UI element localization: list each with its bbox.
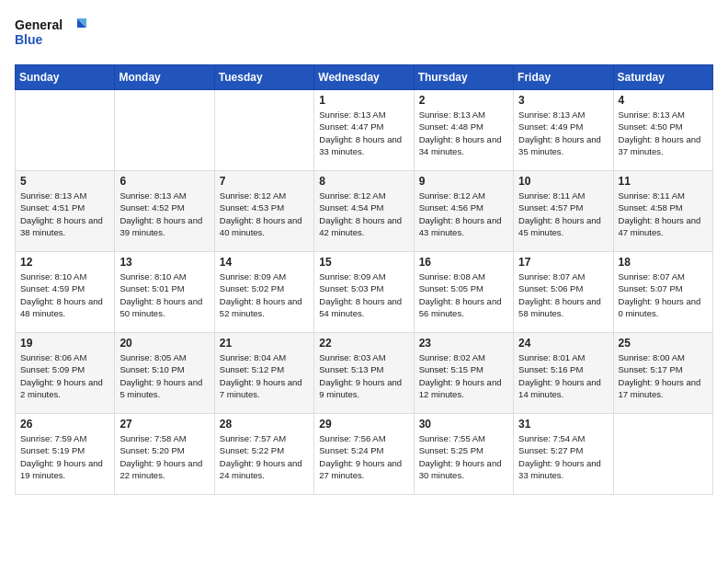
calendar-cell: 9Sunrise: 8:12 AMSunset: 4:56 PMDaylight… xyxy=(414,171,513,252)
day-info: Sunrise: 8:06 AMSunset: 5:09 PMDaylight:… xyxy=(20,351,109,400)
calendar-cell: 20Sunrise: 8:05 AMSunset: 5:10 PMDayligh… xyxy=(115,333,214,414)
day-number: 11 xyxy=(619,175,708,188)
day-info: Sunrise: 8:11 AMSunset: 4:58 PMDaylight:… xyxy=(619,190,708,238)
calendar-cell: 3Sunrise: 8:13 AMSunset: 4:49 PMDaylight… xyxy=(514,90,613,171)
day-number: 13 xyxy=(119,256,209,269)
week-row-3: 12Sunrise: 8:10 AMSunset: 4:59 PMDayligh… xyxy=(16,252,713,333)
calendar-cell: 27Sunrise: 7:58 AMSunset: 5:20 PMDayligh… xyxy=(115,414,214,495)
calendar-cell: 11Sunrise: 8:11 AMSunset: 4:58 PMDayligh… xyxy=(613,171,712,252)
week-row-1: 1Sunrise: 8:13 AMSunset: 4:47 PMDaylight… xyxy=(16,90,713,171)
day-number: 17 xyxy=(518,256,608,269)
weekday-header-friday: Friday xyxy=(514,65,613,90)
day-info: Sunrise: 8:13 AMSunset: 4:50 PMDaylight:… xyxy=(619,109,708,157)
day-info: Sunrise: 8:10 AMSunset: 4:59 PMDaylight:… xyxy=(20,270,109,319)
day-info: Sunrise: 8:05 AMSunset: 5:10 PMDaylight:… xyxy=(119,351,209,400)
day-number: 22 xyxy=(319,337,408,350)
day-info: Sunrise: 8:08 AMSunset: 5:05 PMDaylight:… xyxy=(419,270,508,319)
calendar-table: SundayMondayTuesdayWednesdayThursdayFrid… xyxy=(15,64,713,495)
day-number: 26 xyxy=(20,418,109,431)
day-number: 29 xyxy=(319,418,408,431)
day-info: Sunrise: 7:57 AMSunset: 5:22 PMDaylight:… xyxy=(220,432,309,481)
day-number: 27 xyxy=(119,418,209,431)
calendar-cell: 5Sunrise: 8:13 AMSunset: 4:51 PMDaylight… xyxy=(16,171,115,252)
calendar-cell: 18Sunrise: 8:07 AMSunset: 5:07 PMDayligh… xyxy=(613,252,712,333)
calendar-cell: 10Sunrise: 8:11 AMSunset: 4:57 PMDayligh… xyxy=(514,171,613,252)
day-number: 1 xyxy=(319,94,408,107)
calendar-cell: 23Sunrise: 8:02 AMSunset: 5:15 PMDayligh… xyxy=(414,333,513,414)
day-info: Sunrise: 8:12 AMSunset: 4:56 PMDaylight:… xyxy=(419,190,508,238)
day-number: 5 xyxy=(20,175,109,188)
day-info: Sunrise: 8:09 AMSunset: 5:02 PMDaylight:… xyxy=(220,270,309,319)
day-number: 14 xyxy=(220,256,309,269)
day-number: 15 xyxy=(319,256,408,269)
day-info: Sunrise: 8:04 AMSunset: 5:12 PMDaylight:… xyxy=(220,351,309,400)
day-number: 24 xyxy=(518,337,608,350)
day-number: 7 xyxy=(220,175,309,188)
day-number: 30 xyxy=(419,418,508,431)
week-row-4: 19Sunrise: 8:06 AMSunset: 5:09 PMDayligh… xyxy=(16,333,713,414)
day-info: Sunrise: 8:01 AMSunset: 5:16 PMDaylight:… xyxy=(518,351,608,400)
calendar-cell: 30Sunrise: 7:55 AMSunset: 5:25 PMDayligh… xyxy=(414,414,513,495)
logo-svg: General Blue xyxy=(15,15,88,53)
week-row-2: 5Sunrise: 8:13 AMSunset: 4:51 PMDaylight… xyxy=(16,171,713,252)
calendar-cell: 15Sunrise: 8:09 AMSunset: 5:03 PMDayligh… xyxy=(314,252,414,333)
weekday-header-tuesday: Tuesday xyxy=(214,65,313,90)
day-number: 4 xyxy=(619,94,708,107)
day-info: Sunrise: 7:55 AMSunset: 5:25 PMDaylight:… xyxy=(419,432,508,481)
day-info: Sunrise: 8:11 AMSunset: 4:57 PMDaylight:… xyxy=(518,190,608,238)
day-info: Sunrise: 7:56 AMSunset: 5:24 PMDaylight:… xyxy=(319,432,408,481)
calendar-cell: 14Sunrise: 8:09 AMSunset: 5:02 PMDayligh… xyxy=(214,252,313,333)
weekday-header-saturday: Saturday xyxy=(613,65,712,90)
calendar-cell: 4Sunrise: 8:13 AMSunset: 4:50 PMDaylight… xyxy=(613,90,712,171)
calendar-cell: 13Sunrise: 8:10 AMSunset: 5:01 PMDayligh… xyxy=(115,252,214,333)
calendar-cell xyxy=(214,90,313,171)
svg-text:Blue: Blue xyxy=(15,32,43,47)
day-info: Sunrise: 8:10 AMSunset: 5:01 PMDaylight:… xyxy=(119,270,209,319)
day-info: Sunrise: 8:13 AMSunset: 4:52 PMDaylight:… xyxy=(119,190,209,238)
day-number: 2 xyxy=(419,94,508,107)
day-info: Sunrise: 8:13 AMSunset: 4:51 PMDaylight:… xyxy=(20,190,109,238)
calendar-cell: 19Sunrise: 8:06 AMSunset: 5:09 PMDayligh… xyxy=(16,333,115,414)
page-header: General Blue xyxy=(15,15,713,53)
logo: General Blue xyxy=(15,15,88,53)
day-info: Sunrise: 8:03 AMSunset: 5:13 PMDaylight:… xyxy=(319,351,408,400)
svg-text:General: General xyxy=(15,17,63,32)
day-number: 9 xyxy=(419,175,508,188)
calendar-cell: 12Sunrise: 8:10 AMSunset: 4:59 PMDayligh… xyxy=(16,252,115,333)
day-number: 12 xyxy=(20,256,109,269)
weekday-header-sunday: Sunday xyxy=(16,65,115,90)
day-info: Sunrise: 7:54 AMSunset: 5:27 PMDaylight:… xyxy=(518,432,608,481)
day-number: 23 xyxy=(419,337,508,350)
day-number: 25 xyxy=(619,337,708,350)
day-info: Sunrise: 8:13 AMSunset: 4:49 PMDaylight:… xyxy=(518,109,608,157)
calendar-cell: 2Sunrise: 8:13 AMSunset: 4:48 PMDaylight… xyxy=(414,90,513,171)
weekday-header-monday: Monday xyxy=(115,65,214,90)
day-number: 3 xyxy=(518,94,608,107)
day-number: 16 xyxy=(419,256,508,269)
weekday-header-wednesday: Wednesday xyxy=(314,65,414,90)
day-info: Sunrise: 8:12 AMSunset: 4:53 PMDaylight:… xyxy=(220,190,309,238)
calendar-cell xyxy=(613,414,712,495)
day-number: 21 xyxy=(220,337,309,350)
day-number: 8 xyxy=(319,175,408,188)
day-info: Sunrise: 8:13 AMSunset: 4:48 PMDaylight:… xyxy=(419,109,508,157)
day-number: 28 xyxy=(220,418,309,431)
calendar-cell: 29Sunrise: 7:56 AMSunset: 5:24 PMDayligh… xyxy=(314,414,414,495)
calendar-cell xyxy=(16,90,115,171)
week-row-5: 26Sunrise: 7:59 AMSunset: 5:19 PMDayligh… xyxy=(16,414,713,495)
day-info: Sunrise: 8:02 AMSunset: 5:15 PMDaylight:… xyxy=(419,351,508,400)
day-info: Sunrise: 8:00 AMSunset: 5:17 PMDaylight:… xyxy=(619,351,708,400)
calendar-cell: 21Sunrise: 8:04 AMSunset: 5:12 PMDayligh… xyxy=(214,333,313,414)
weekday-header-thursday: Thursday xyxy=(414,65,513,90)
weekday-header-row: SundayMondayTuesdayWednesdayThursdayFrid… xyxy=(16,65,713,90)
day-number: 10 xyxy=(518,175,608,188)
calendar-cell: 31Sunrise: 7:54 AMSunset: 5:27 PMDayligh… xyxy=(514,414,613,495)
day-number: 20 xyxy=(119,337,209,350)
calendar-cell: 16Sunrise: 8:08 AMSunset: 5:05 PMDayligh… xyxy=(414,252,513,333)
day-info: Sunrise: 8:13 AMSunset: 4:47 PMDaylight:… xyxy=(319,109,408,157)
day-info: Sunrise: 8:12 AMSunset: 4:54 PMDaylight:… xyxy=(319,190,408,238)
calendar-cell: 8Sunrise: 8:12 AMSunset: 4:54 PMDaylight… xyxy=(314,171,414,252)
day-info: Sunrise: 8:09 AMSunset: 5:03 PMDaylight:… xyxy=(319,270,408,319)
calendar-cell: 26Sunrise: 7:59 AMSunset: 5:19 PMDayligh… xyxy=(16,414,115,495)
day-info: Sunrise: 8:07 AMSunset: 5:07 PMDaylight:… xyxy=(619,270,708,319)
